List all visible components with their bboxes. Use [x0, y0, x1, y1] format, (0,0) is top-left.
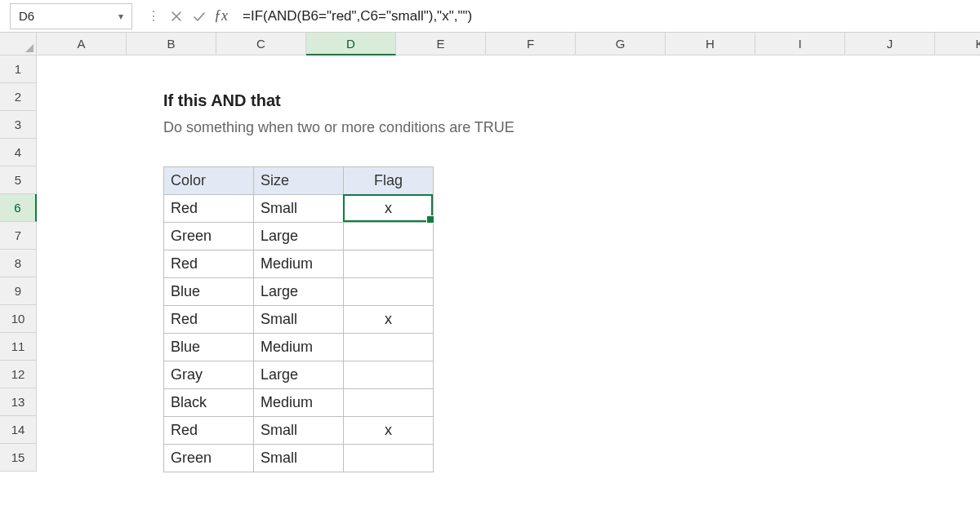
- cell-color[interactable]: Red: [164, 417, 254, 445]
- row-header-13[interactable]: 13: [0, 388, 37, 416]
- row-header-10[interactable]: 10: [0, 305, 37, 333]
- cell-color[interactable]: Red: [164, 195, 254, 223]
- cell-flag[interactable]: x: [344, 195, 434, 223]
- column-header-E[interactable]: E: [396, 33, 486, 55]
- column-header-A[interactable]: A: [37, 33, 127, 55]
- table-row: GrayLarge: [164, 361, 434, 389]
- row-header-5[interactable]: 5: [0, 166, 37, 194]
- column-headers: ABCDEFGHIJK: [37, 33, 980, 55]
- cell-size[interactable]: Medium: [254, 250, 344, 278]
- cell-color[interactable]: Green: [164, 445, 254, 472]
- cell-size[interactable]: Small: [254, 417, 344, 445]
- row-header-15[interactable]: 15: [0, 444, 37, 472]
- cell-color[interactable]: Blue: [164, 334, 254, 361]
- cell-size[interactable]: Small: [254, 306, 344, 334]
- row-header-6[interactable]: 6: [0, 194, 37, 222]
- formula-input[interactable]: [243, 3, 980, 29]
- cell-color[interactable]: Red: [164, 250, 254, 278]
- column-header-F[interactable]: F: [486, 33, 576, 55]
- row-header-11[interactable]: 11: [0, 333, 37, 361]
- column-header-B[interactable]: B: [127, 33, 216, 55]
- table-row: GreenLarge: [164, 223, 434, 250]
- row-headers: 123456789101112131415: [0, 55, 37, 472]
- table-row: BlueLarge: [164, 278, 434, 306]
- cell-size[interactable]: Medium: [254, 389, 344, 417]
- cell-flag[interactable]: [344, 361, 434, 389]
- table-row: BlueMedium: [164, 334, 434, 361]
- cell-flag[interactable]: [344, 334, 434, 361]
- table-row: BlackMedium: [164, 389, 434, 417]
- name-box-value: D6: [19, 9, 34, 23]
- cell-flag[interactable]: [344, 250, 434, 278]
- cell-size[interactable]: Large: [254, 361, 344, 389]
- column-header-H[interactable]: H: [666, 33, 755, 55]
- cell-flag[interactable]: x: [344, 417, 434, 445]
- table-header-size[interactable]: Size: [254, 167, 344, 195]
- table-row: RedSmallx: [164, 417, 434, 445]
- cell-color[interactable]: Green: [164, 223, 254, 250]
- divider: ⋮: [147, 8, 160, 24]
- row-header-4[interactable]: 4: [0, 139, 37, 166]
- column-header-K[interactable]: K: [935, 33, 980, 55]
- row-header-12[interactable]: 12: [0, 361, 37, 388]
- chevron-down-icon: ▾: [118, 11, 123, 22]
- column-header-C[interactable]: C: [216, 33, 306, 55]
- page-title: If this AND that: [163, 91, 281, 110]
- table-row: RedSmallx: [164, 306, 434, 334]
- data-table: ColorSizeFlag RedSmallxGreenLargeRedMedi…: [163, 166, 434, 472]
- row-header-14[interactable]: 14: [0, 416, 37, 444]
- cell-color[interactable]: Black: [164, 389, 254, 417]
- cells-area[interactable]: If this AND that Do something when two o…: [37, 55, 980, 514]
- cell-flag[interactable]: x: [344, 306, 434, 334]
- column-header-I[interactable]: I: [755, 33, 845, 55]
- cell-color[interactable]: Gray: [164, 361, 254, 389]
- row-header-8[interactable]: 8: [0, 250, 37, 277]
- cancel-icon[interactable]: [165, 11, 188, 22]
- column-header-J[interactable]: J: [845, 33, 935, 55]
- column-header-G[interactable]: G: [576, 33, 666, 55]
- cell-size[interactable]: Small: [254, 195, 344, 223]
- fx-icon[interactable]: ƒx: [214, 7, 228, 24]
- name-box[interactable]: D6 ▾: [10, 3, 132, 29]
- cell-flag[interactable]: [344, 278, 434, 306]
- row-header-9[interactable]: 9: [0, 277, 37, 305]
- cell-size[interactable]: Small: [254, 445, 344, 472]
- table-header-flag[interactable]: Flag: [344, 167, 434, 195]
- row-header-3[interactable]: 3: [0, 111, 37, 139]
- select-all-corner[interactable]: [0, 33, 37, 55]
- row-header-1[interactable]: 1: [0, 55, 37, 83]
- cell-size[interactable]: Large: [254, 223, 344, 250]
- page-subtitle: Do something when two or more conditions…: [163, 119, 514, 136]
- cell-flag[interactable]: [344, 223, 434, 250]
- spreadsheet-grid: 123456789101112131415 ABCDEFGHIJK If thi…: [0, 33, 980, 514]
- enter-icon[interactable]: [188, 11, 211, 22]
- cell-size[interactable]: Medium: [254, 334, 344, 361]
- table-row: RedSmallx: [164, 195, 434, 223]
- row-header-2[interactable]: 2: [0, 83, 37, 111]
- cell-color[interactable]: Blue: [164, 278, 254, 306]
- table-header-color[interactable]: Color: [164, 167, 254, 195]
- cell-flag[interactable]: [344, 445, 434, 472]
- column-header-D[interactable]: D: [306, 33, 396, 55]
- table-row: RedMedium: [164, 250, 434, 278]
- formula-bar: D6 ▾ ⋮ ƒx: [0, 0, 980, 33]
- cell-size[interactable]: Large: [254, 278, 344, 306]
- cell-flag[interactable]: [344, 389, 434, 417]
- table-row: GreenSmall: [164, 445, 434, 472]
- row-header-7[interactable]: 7: [0, 222, 37, 250]
- cell-color[interactable]: Red: [164, 306, 254, 334]
